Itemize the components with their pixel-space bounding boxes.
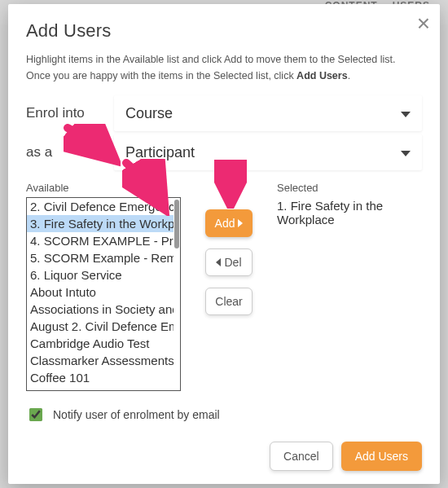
list-item[interactable]: 4. SCORM EXAMPLE - Providing Exceptional [27,232,173,249]
role-value: Participant [125,144,195,161]
triangle-right-icon [238,219,243,227]
list-item[interactable]: Coffee 101 [27,369,173,386]
available-listbox[interactable]: 2. Civil Defence Emergency Management3. … [26,197,181,391]
modal-title: Add Users [26,20,422,42]
available-label: Available [26,182,181,194]
list-item[interactable]: August 2. Civil Defence Emergency Manage… [27,318,173,335]
list-item[interactable]: 3. Fire Safety in the Workplace [27,215,173,232]
cancel-button[interactable]: Cancel [270,442,333,471]
add-users-modal: × Add Users Highlight items in the Avail… [8,4,440,484]
list-item[interactable]: About Intuto [27,284,173,301]
close-icon[interactable]: × [417,12,430,35]
triangle-left-icon [216,258,221,266]
list-item[interactable]: 2. Civil Defence Emergency Management [27,198,173,215]
chevron-down-icon [401,151,411,156]
list-item[interactable]: Cambridge Audio Test [27,335,173,352]
list-item[interactable]: Classmarker Assessments Demo [27,352,173,369]
list-item[interactable]: 1. Fire Safety in the Workplace [277,197,422,228]
add-users-button[interactable]: Add Users [341,442,422,471]
as-a-label: as a [26,144,114,160]
list-item[interactable]: 5. SCORM Example - Remote Plan Course [27,249,173,266]
list-item[interactable]: 6. Liquor Service [27,266,173,284]
notify-label[interactable]: Notify user of enrolment by email [53,408,220,421]
notify-checkbox[interactable] [29,408,42,421]
enrol-into-label: Enrol into [26,105,114,121]
add-button[interactable]: Add [205,209,253,237]
enrol-into-value: Course [125,105,173,122]
chevron-down-icon [401,112,411,117]
role-select[interactable]: Participant [114,134,422,170]
modal-instructions: Highlight items in the Available list an… [26,51,422,84]
selected-list[interactable]: 1. Fire Safety in the Workplace [277,197,422,228]
del-button[interactable]: Del [205,248,253,276]
list-item[interactable]: Associations in Society and their Struct… [27,301,173,318]
selected-label: Selected [277,182,422,194]
enrol-into-select[interactable]: Course [114,95,422,131]
list-item[interactable]: Cyber Awareness for Seniors [27,386,173,390]
clear-button[interactable]: Clear [205,288,253,315]
scrollbar[interactable] [174,200,179,248]
